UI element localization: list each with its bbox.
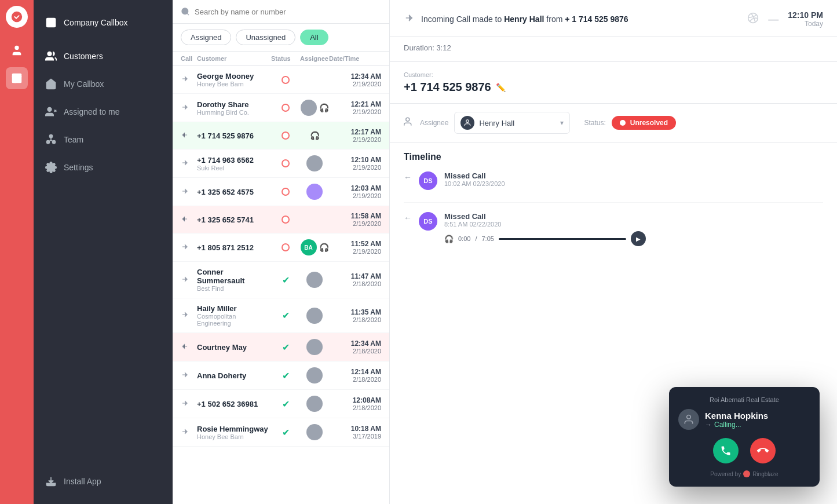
timeline-avatar: DS xyxy=(419,212,437,231)
status-circle-empty xyxy=(282,76,290,84)
svg-point-0 xyxy=(12,12,22,22)
svg-point-6 xyxy=(47,52,52,56)
detail-call-title: Incoming Call made to Henry Hall from + … xyxy=(421,14,628,24)
table-row[interactable]: Conner SummersaultBest Find ✔ 11:47 AM2/… xyxy=(173,262,389,298)
table-row[interactable]: +1 805 871 2512 BA🎧 11:52 AM2/19/2020 xyxy=(173,233,389,262)
popup-company: Roi Abernati Real Estate xyxy=(678,396,810,403)
assignee-person-icon xyxy=(404,116,414,129)
accept-call-button[interactable] xyxy=(713,438,739,463)
call-assignee xyxy=(300,308,329,324)
detail-time-display: 12:10 PM Today xyxy=(788,10,823,28)
svg-point-23 xyxy=(687,415,691,419)
assignee-label: Assignee xyxy=(420,119,448,127)
edit-phone-icon[interactable]: ✏️ xyxy=(496,83,506,92)
audio-play-button[interactable]: ▶ xyxy=(631,231,646,246)
call-customer: +1 714 525 9876 xyxy=(197,132,271,140)
detail-header-left: Incoming Call made to Henry Hall from + … xyxy=(404,13,628,25)
call-direction-icon xyxy=(181,275,197,285)
avatar xyxy=(306,424,323,440)
status-value: Unresolved xyxy=(630,119,668,127)
timeline-event-time: 10:02 AM 02/23/2020 xyxy=(444,180,823,187)
nav-icon-person[interactable] xyxy=(6,39,28,61)
call-assignee xyxy=(300,424,329,440)
call-status: ✔ xyxy=(271,275,300,286)
sidebar-item-customers[interactable]: Customers xyxy=(34,42,173,70)
sidebar-item-assigned[interactable]: Assigned to me xyxy=(34,98,173,126)
avatar xyxy=(306,308,323,324)
call-assignee xyxy=(300,155,329,171)
status-circle-empty xyxy=(282,159,290,167)
nav-icon-callbox[interactable] xyxy=(6,67,28,89)
sidebar-item-my-callbox[interactable]: My Callbox xyxy=(34,70,173,98)
table-row[interactable]: Haily MillerCosmopolitan Engineering ✔ 1… xyxy=(173,298,389,333)
filter-all[interactable]: All xyxy=(300,30,328,45)
timeline-content: Missed Call 8:51 AM 02/22/2020 🎧 0:00 / … xyxy=(444,212,823,246)
decline-call-button[interactable] xyxy=(750,438,776,463)
table-row[interactable]: +1 502 652 36981 ✔ 12:08AM2/18/2020 xyxy=(173,390,389,418)
call-status: ✔ xyxy=(271,427,300,438)
sidebar-callbox-label: Company Callbox xyxy=(64,18,128,27)
table-row[interactable]: +1 325 652 5741 11:58 AM2/19/2020 xyxy=(173,206,389,233)
filter-unassigned[interactable]: Unassigned xyxy=(236,30,295,45)
status-check-icon: ✔ xyxy=(282,310,290,321)
assignee-name: Henry Hall xyxy=(479,119,555,127)
table-row[interactable]: +1 325 652 4575 12:03 AM2/19/2020 xyxy=(173,178,389,206)
avatar xyxy=(306,367,323,384)
audio-progress-bar[interactable] xyxy=(499,238,626,240)
table-row[interactable]: Rosie HemmingwayHoney Bee Barn ✔ 10:18 A… xyxy=(173,418,389,447)
audio-current-time: 0:00 xyxy=(458,235,470,242)
sidebar-item-settings[interactable]: Settings xyxy=(34,154,173,181)
status-group: Status: Unresolved xyxy=(584,116,676,130)
avatar xyxy=(306,184,323,200)
status-circle-empty xyxy=(282,188,290,196)
assignee-dropdown[interactable]: Henry Hall ▾ xyxy=(454,112,570,134)
search-input[interactable] xyxy=(195,8,381,16)
timeline-title: Timeline xyxy=(404,152,823,162)
detail-customer-phone: +1 714 525 9876 ✏️ xyxy=(404,81,823,94)
timeline-event: Missed Call xyxy=(444,212,823,221)
avatar xyxy=(306,339,323,355)
status-toggle[interactable]: Unresolved xyxy=(612,116,676,130)
table-row[interactable]: Dorothy ShareHumming Bird Co. 🎧 12:21 AM… xyxy=(173,94,389,122)
call-time: 11:35 AM2/18/2020 xyxy=(329,308,381,323)
sidebar-item-callbox[interactable]: Company Callbox xyxy=(34,9,173,36)
header-phone-action[interactable] xyxy=(747,12,759,26)
call-time: 12:10 AM2/19/2020 xyxy=(329,156,381,171)
detail-header-text: Incoming Call made to Henry Hall from + … xyxy=(421,14,628,24)
popup-user-info: Kenna Hopkins → Calling... xyxy=(705,411,768,429)
call-assignee xyxy=(300,272,329,288)
call-direction-icon xyxy=(181,75,197,85)
table-row[interactable]: Courtney May ✔ 12:34 AM2/18/2020 xyxy=(173,333,389,361)
header-status: Status xyxy=(271,55,300,62)
status-circle-empty xyxy=(282,132,290,140)
sidebar-item-install[interactable]: Install App xyxy=(34,468,173,495)
popup-arrow-icon: → xyxy=(705,421,712,429)
popup-actions xyxy=(678,438,810,463)
voicemail-icon: 🎧 xyxy=(310,131,320,140)
minimize-button[interactable]: — xyxy=(768,13,778,25)
call-list-body: George MooneyHoney Bee Barn 12:34 AM2/19… xyxy=(173,66,389,504)
call-status: ✔ xyxy=(271,342,300,353)
svg-point-7 xyxy=(47,108,52,112)
table-row[interactable]: +1 714 525 9876 🎧 12:17 AM2/19/2020 xyxy=(173,122,389,149)
avatar xyxy=(306,396,323,412)
filter-assigned[interactable]: Assigned xyxy=(181,30,231,45)
call-status xyxy=(271,104,300,112)
table-row[interactable]: +1 714 963 6562Suki Reel 12:10 AM2/19/20… xyxy=(173,149,389,178)
call-list-header: Call Customer Status Assignee Date/Time xyxy=(173,52,389,66)
search-icon xyxy=(181,7,190,16)
sidebar-item-team[interactable]: Team xyxy=(34,126,173,154)
svg-point-18 xyxy=(182,8,188,14)
detail-header: Incoming Call made to Henry Hall from + … xyxy=(390,0,837,36)
search-bar xyxy=(173,0,389,24)
detail-caller-name: Henry Hall xyxy=(504,14,544,24)
filter-tabs: Assigned Unassigned All xyxy=(173,24,389,52)
detail-call-icon xyxy=(404,13,414,25)
svg-point-22 xyxy=(466,120,469,123)
table-row[interactable]: Anna Doherty ✔ 12:14 AM2/18/2020 xyxy=(173,361,389,390)
call-assignee: 🎧 xyxy=(300,100,329,116)
svg-line-19 xyxy=(187,13,189,15)
call-time: 11:47 AM2/18/2020 xyxy=(329,272,381,287)
call-time: 12:21 AM2/19/2020 xyxy=(329,100,381,115)
table-row[interactable]: George MooneyHoney Bee Barn 12:34 AM2/19… xyxy=(173,66,389,94)
